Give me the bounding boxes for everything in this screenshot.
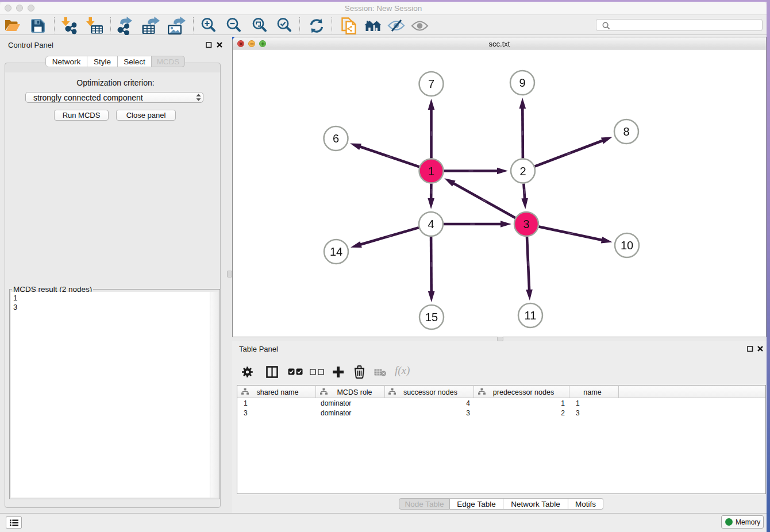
svg-text:1: 1 <box>428 165 434 178</box>
svg-text:8: 8 <box>623 125 629 138</box>
svg-text:10: 10 <box>621 239 633 252</box>
svg-text:14: 14 <box>330 245 342 258</box>
svg-text:4: 4 <box>428 218 434 230</box>
svg-text:2: 2 <box>519 165 526 178</box>
svg-text:15: 15 <box>425 311 438 323</box>
svg-text:11: 11 <box>525 309 537 322</box>
svg-text:3: 3 <box>523 218 529 230</box>
svg-text:6: 6 <box>333 132 339 145</box>
svg-text:7: 7 <box>428 78 434 90</box>
svg-text:9: 9 <box>519 76 525 89</box>
